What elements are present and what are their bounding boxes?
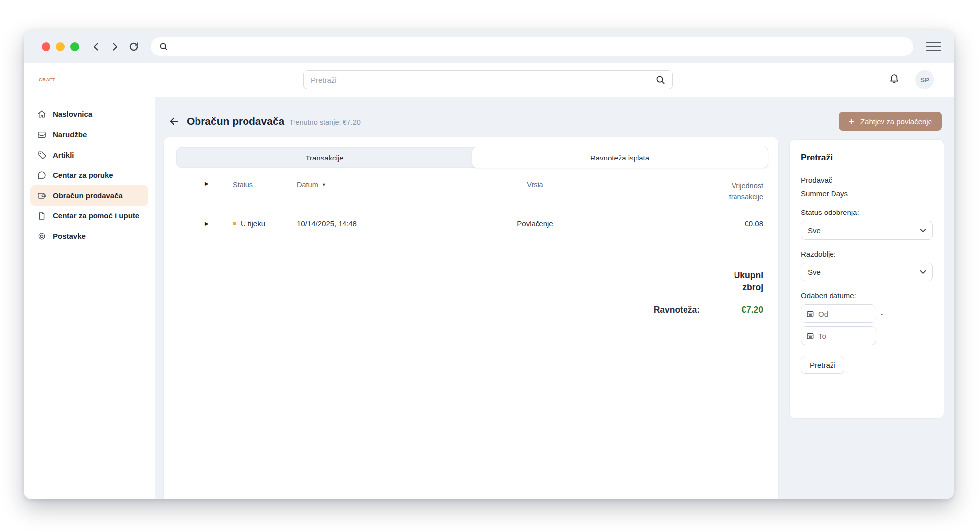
current-balance-subtitle: Trenutno stanje: €7.20 (289, 117, 361, 126)
sidebar: Naslovnica Narudžbe Artikli Centar za po… (24, 97, 155, 499)
sidebar-item-centar-za-pomoc[interactable]: Centar za pomoć i upute (30, 206, 148, 226)
sidebar-item-postavke[interactable]: Postavke (30, 226, 148, 246)
document-icon (37, 211, 47, 221)
browser-toolbar (24, 30, 954, 63)
close-window-button[interactable] (42, 42, 50, 51)
home-icon (37, 109, 47, 119)
main-content: Obračun prodavača Trenutno stanje: €7.20… (155, 97, 954, 499)
tab-transakcije[interactable]: Transakcije (177, 148, 472, 167)
seller-value: Summer Days (801, 189, 933, 198)
notifications-button[interactable] (888, 73, 900, 87)
expand-all-icon[interactable]: ▶ (205, 181, 233, 186)
search-input[interactable] (311, 76, 655, 84)
gear-icon (37, 231, 47, 241)
balance-label: Ravnoteža: (654, 305, 700, 315)
tab-ravnoteza-isplata[interactable]: Ravnoteža isplata (472, 147, 768, 168)
column-datum-sort[interactable]: Datum ▼ (297, 181, 416, 189)
sidebar-item-naslovnica[interactable]: Naslovnica (30, 104, 148, 124)
approval-status-label: Status odobrenja: (801, 208, 933, 216)
bell-icon (888, 73, 900, 85)
tab-strip: Transakcije Ravnoteža isplata (176, 147, 768, 168)
chevron-down-icon (920, 228, 926, 233)
row-date: 10/14/2025, 14:48 (297, 219, 416, 228)
chevron-down-icon (920, 270, 926, 274)
filter-title: Pretraži (801, 153, 933, 163)
hamburger-icon (926, 42, 941, 43)
status-pending-dot (233, 222, 236, 225)
table-header: ▶ Status Datum ▼ Vrsta Vrijednost transa… (164, 181, 778, 210)
craft-logo: CRAFT (39, 77, 56, 82)
menu-button[interactable] (926, 42, 941, 51)
app-header: CRAFT SP (24, 63, 954, 97)
arrow-left-icon (168, 115, 180, 127)
search-icon (159, 42, 168, 51)
total-label: Ukupni zbroj (726, 269, 763, 294)
chevron-left-icon (91, 42, 101, 52)
row-expander-icon[interactable]: ▶ (205, 221, 233, 226)
reload-icon (128, 41, 139, 52)
seller-label: Prodavač (801, 176, 933, 184)
row-status: U tijeku (241, 219, 265, 228)
date-separator: - (881, 310, 883, 318)
sidebar-item-artikli[interactable]: Artikli (30, 145, 148, 165)
withdraw-request-button[interactable]: + Zahtjev za povlačenje (839, 112, 942, 131)
date-from-input[interactable] (818, 310, 871, 318)
url-bar[interactable] (151, 37, 913, 56)
calendar-icon (806, 332, 814, 340)
date-from-field[interactable] (801, 304, 876, 323)
period-label: Razdoblje: (801, 250, 933, 258)
calendar-icon (806, 310, 814, 318)
back-link[interactable] (167, 114, 182, 129)
sort-desc-icon: ▼ (322, 182, 326, 187)
browser-window: CRAFT SP Naslovnica (24, 30, 954, 499)
column-status: Status (233, 181, 297, 189)
page-title: Obračun prodavača (187, 115, 284, 127)
filter-panel: Pretraži Prodavač Summer Days Status odo… (789, 139, 944, 419)
date-to-input[interactable] (818, 332, 871, 340)
tag-icon (37, 150, 47, 160)
transactions-card: Transakcije Ravnoteža isplata ▶ Status D… (163, 137, 779, 499)
back-button[interactable] (89, 39, 103, 54)
chat-icon (37, 170, 47, 180)
search-icon (655, 75, 665, 85)
sidebar-item-obracun-prodavaca[interactable]: Obračun prodavača (30, 185, 148, 206)
table-row: ▶ U tijeku 10/14/2025, 14:48 Povlačenje … (164, 210, 778, 238)
row-value: €0.08 (654, 219, 763, 228)
approval-status-select[interactable]: Sve (801, 221, 933, 240)
filter-search-button[interactable]: Pretraži (801, 356, 844, 374)
column-vrijednost: Vrijednost transakcije (714, 181, 763, 203)
forward-button[interactable] (107, 39, 122, 54)
global-search[interactable] (303, 70, 673, 89)
plus-icon: + (849, 116, 854, 127)
row-type: Povlačenje (416, 219, 654, 228)
sidebar-item-centar-za-poruke[interactable]: Centar za poruke (30, 165, 148, 185)
sidebar-item-narudzbe[interactable]: Narudžbe (30, 124, 148, 145)
avatar[interactable]: SP (915, 70, 934, 89)
chevron-right-icon (110, 42, 120, 52)
zoom-window-button[interactable] (70, 42, 79, 51)
wallet-icon (37, 191, 47, 201)
column-vrsta: Vrsta (416, 181, 654, 189)
period-select[interactable]: Sve (801, 263, 933, 281)
reload-button[interactable] (126, 39, 141, 54)
date-to-field[interactable] (801, 326, 876, 345)
dates-label: Odaberi datume: (801, 291, 933, 300)
minimize-window-button[interactable] (56, 42, 65, 51)
balance-value: €7.20 (700, 305, 763, 315)
url-input[interactable] (173, 42, 905, 51)
inbox-icon (37, 130, 47, 140)
